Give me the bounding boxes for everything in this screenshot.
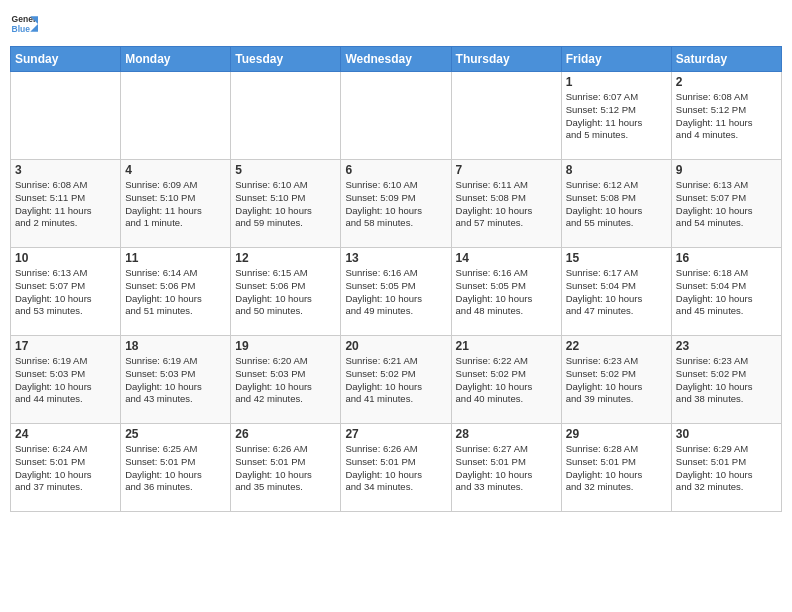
day-info: Sunrise: 6:18 AM Sunset: 5:04 PM Dayligh… [676,267,777,318]
day-info: Sunrise: 6:10 AM Sunset: 5:09 PM Dayligh… [345,179,446,230]
calendar-cell: 6Sunrise: 6:10 AM Sunset: 5:09 PM Daylig… [341,160,451,248]
day-number: 24 [15,427,116,441]
day-info: Sunrise: 6:29 AM Sunset: 5:01 PM Dayligh… [676,443,777,494]
calendar-cell: 2Sunrise: 6:08 AM Sunset: 5:12 PM Daylig… [671,72,781,160]
day-number: 4 [125,163,226,177]
calendar-week-4: 17Sunrise: 6:19 AM Sunset: 5:03 PM Dayli… [11,336,782,424]
weekday-header-wednesday: Wednesday [341,47,451,72]
calendar-cell: 11Sunrise: 6:14 AM Sunset: 5:06 PM Dayli… [121,248,231,336]
calendar-week-5: 24Sunrise: 6:24 AM Sunset: 5:01 PM Dayli… [11,424,782,512]
day-info: Sunrise: 6:14 AM Sunset: 5:06 PM Dayligh… [125,267,226,318]
day-number: 18 [125,339,226,353]
day-info: Sunrise: 6:19 AM Sunset: 5:03 PM Dayligh… [125,355,226,406]
day-number: 10 [15,251,116,265]
day-info: Sunrise: 6:20 AM Sunset: 5:03 PM Dayligh… [235,355,336,406]
day-info: Sunrise: 6:26 AM Sunset: 5:01 PM Dayligh… [235,443,336,494]
calendar-cell: 22Sunrise: 6:23 AM Sunset: 5:02 PM Dayli… [561,336,671,424]
day-number: 26 [235,427,336,441]
calendar-cell: 28Sunrise: 6:27 AM Sunset: 5:01 PM Dayli… [451,424,561,512]
day-number: 5 [235,163,336,177]
calendar-cell: 26Sunrise: 6:26 AM Sunset: 5:01 PM Dayli… [231,424,341,512]
day-number: 3 [15,163,116,177]
calendar-cell: 25Sunrise: 6:25 AM Sunset: 5:01 PM Dayli… [121,424,231,512]
weekday-header-friday: Friday [561,47,671,72]
weekday-header-sunday: Sunday [11,47,121,72]
day-number: 1 [566,75,667,89]
day-number: 21 [456,339,557,353]
day-number: 15 [566,251,667,265]
day-number: 30 [676,427,777,441]
day-number: 22 [566,339,667,353]
day-info: Sunrise: 6:23 AM Sunset: 5:02 PM Dayligh… [676,355,777,406]
calendar-cell: 24Sunrise: 6:24 AM Sunset: 5:01 PM Dayli… [11,424,121,512]
day-info: Sunrise: 6:17 AM Sunset: 5:04 PM Dayligh… [566,267,667,318]
day-number: 28 [456,427,557,441]
calendar-cell: 10Sunrise: 6:13 AM Sunset: 5:07 PM Dayli… [11,248,121,336]
calendar-cell: 8Sunrise: 6:12 AM Sunset: 5:08 PM Daylig… [561,160,671,248]
day-number: 9 [676,163,777,177]
day-number: 14 [456,251,557,265]
calendar-week-2: 3Sunrise: 6:08 AM Sunset: 5:11 PM Daylig… [11,160,782,248]
day-info: Sunrise: 6:08 AM Sunset: 5:12 PM Dayligh… [676,91,777,142]
logo: General Blue [10,10,38,38]
calendar-cell: 21Sunrise: 6:22 AM Sunset: 5:02 PM Dayli… [451,336,561,424]
day-number: 19 [235,339,336,353]
calendar-cell: 18Sunrise: 6:19 AM Sunset: 5:03 PM Dayli… [121,336,231,424]
day-info: Sunrise: 6:09 AM Sunset: 5:10 PM Dayligh… [125,179,226,230]
day-number: 25 [125,427,226,441]
weekday-header-row: SundayMondayTuesdayWednesdayThursdayFrid… [11,47,782,72]
day-info: Sunrise: 6:12 AM Sunset: 5:08 PM Dayligh… [566,179,667,230]
calendar-table: SundayMondayTuesdayWednesdayThursdayFrid… [10,46,782,512]
day-number: 23 [676,339,777,353]
weekday-header-saturday: Saturday [671,47,781,72]
logo-icon: General Blue [10,10,38,38]
svg-text:Blue: Blue [12,24,31,34]
day-number: 8 [566,163,667,177]
weekday-header-thursday: Thursday [451,47,561,72]
day-info: Sunrise: 6:07 AM Sunset: 5:12 PM Dayligh… [566,91,667,142]
calendar-body: 1Sunrise: 6:07 AM Sunset: 5:12 PM Daylig… [11,72,782,512]
day-number: 16 [676,251,777,265]
calendar-cell: 15Sunrise: 6:17 AM Sunset: 5:04 PM Dayli… [561,248,671,336]
day-info: Sunrise: 6:15 AM Sunset: 5:06 PM Dayligh… [235,267,336,318]
day-number: 11 [125,251,226,265]
calendar-cell: 17Sunrise: 6:19 AM Sunset: 5:03 PM Dayli… [11,336,121,424]
calendar-header: SundayMondayTuesdayWednesdayThursdayFrid… [11,47,782,72]
day-number: 29 [566,427,667,441]
day-info: Sunrise: 6:16 AM Sunset: 5:05 PM Dayligh… [456,267,557,318]
calendar-cell: 20Sunrise: 6:21 AM Sunset: 5:02 PM Dayli… [341,336,451,424]
day-number: 20 [345,339,446,353]
calendar-cell [121,72,231,160]
calendar-cell: 7Sunrise: 6:11 AM Sunset: 5:08 PM Daylig… [451,160,561,248]
day-info: Sunrise: 6:23 AM Sunset: 5:02 PM Dayligh… [566,355,667,406]
calendar-cell: 30Sunrise: 6:29 AM Sunset: 5:01 PM Dayli… [671,424,781,512]
day-info: Sunrise: 6:08 AM Sunset: 5:11 PM Dayligh… [15,179,116,230]
weekday-header-monday: Monday [121,47,231,72]
calendar-cell: 23Sunrise: 6:23 AM Sunset: 5:02 PM Dayli… [671,336,781,424]
calendar-cell: 29Sunrise: 6:28 AM Sunset: 5:01 PM Dayli… [561,424,671,512]
day-number: 6 [345,163,446,177]
calendar-cell: 27Sunrise: 6:26 AM Sunset: 5:01 PM Dayli… [341,424,451,512]
day-number: 13 [345,251,446,265]
calendar-cell: 16Sunrise: 6:18 AM Sunset: 5:04 PM Dayli… [671,248,781,336]
weekday-header-tuesday: Tuesday [231,47,341,72]
day-info: Sunrise: 6:11 AM Sunset: 5:08 PM Dayligh… [456,179,557,230]
calendar-cell: 13Sunrise: 6:16 AM Sunset: 5:05 PM Dayli… [341,248,451,336]
day-info: Sunrise: 6:24 AM Sunset: 5:01 PM Dayligh… [15,443,116,494]
calendar-cell: 3Sunrise: 6:08 AM Sunset: 5:11 PM Daylig… [11,160,121,248]
day-info: Sunrise: 6:19 AM Sunset: 5:03 PM Dayligh… [15,355,116,406]
day-info: Sunrise: 6:21 AM Sunset: 5:02 PM Dayligh… [345,355,446,406]
calendar-cell: 4Sunrise: 6:09 AM Sunset: 5:10 PM Daylig… [121,160,231,248]
day-number: 2 [676,75,777,89]
calendar-cell [341,72,451,160]
calendar-cell: 1Sunrise: 6:07 AM Sunset: 5:12 PM Daylig… [561,72,671,160]
calendar-cell [231,72,341,160]
day-info: Sunrise: 6:28 AM Sunset: 5:01 PM Dayligh… [566,443,667,494]
calendar-week-3: 10Sunrise: 6:13 AM Sunset: 5:07 PM Dayli… [11,248,782,336]
day-number: 17 [15,339,116,353]
day-info: Sunrise: 6:13 AM Sunset: 5:07 PM Dayligh… [676,179,777,230]
day-info: Sunrise: 6:22 AM Sunset: 5:02 PM Dayligh… [456,355,557,406]
calendar-cell: 12Sunrise: 6:15 AM Sunset: 5:06 PM Dayli… [231,248,341,336]
page-header: General Blue [10,10,782,38]
day-info: Sunrise: 6:26 AM Sunset: 5:01 PM Dayligh… [345,443,446,494]
